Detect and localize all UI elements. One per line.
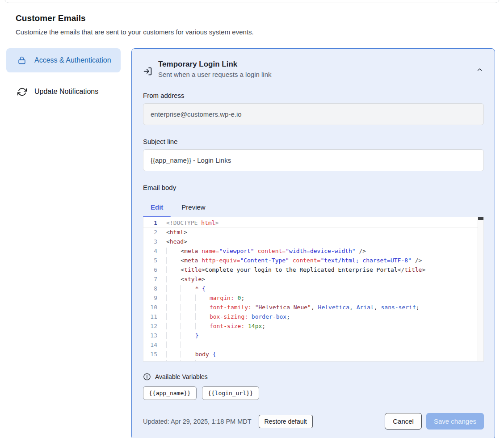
email-template-panel: Temporary Login Link Sent when a user re… <box>131 48 495 438</box>
sidebar-item-label: Access & Authentication <box>34 55 111 66</box>
page-header: Customer Emails Customize the emails tha… <box>0 0 504 36</box>
subject-line-input[interactable] <box>143 149 484 171</box>
line-number: 4 <box>143 246 157 256</box>
code-lines: 1<!DOCTYPE html>2<html>3<head>4 <meta na… <box>143 217 483 362</box>
line-number: 3 <box>143 237 157 246</box>
line-content: <style> <box>157 274 205 284</box>
line-content: margin: 0; <box>157 293 244 303</box>
page-title: Customer Emails <box>16 13 488 23</box>
code-line[interactable]: 7 <style> <box>143 274 483 284</box>
login-icon <box>143 67 152 76</box>
variable-chip-login-url[interactable]: {{login_url}} <box>202 386 259 400</box>
line-number: 16 <box>143 359 157 362</box>
line-number: 11 <box>143 312 157 321</box>
save-changes-button[interactable]: Save changes <box>426 413 484 430</box>
editor-scrollbar-thumb[interactable] <box>478 217 483 220</box>
line-number: 15 <box>143 350 157 359</box>
restore-default-button[interactable]: Restore default <box>259 415 313 428</box>
line-content: * { <box>157 284 206 293</box>
code-line[interactable]: 2<html> <box>143 227 483 237</box>
line-content: <meta http-equiv="Content-Type" content=… <box>157 256 422 265</box>
from-address-input[interactable] <box>143 103 484 125</box>
line-number: 8 <box>143 284 157 293</box>
line-content: <html> <box>157 227 187 237</box>
sidebar-item-access-authentication[interactable]: Access & Authentication <box>6 48 121 72</box>
editor-tabs: EditPreview <box>143 199 484 217</box>
chevron-up-icon <box>476 67 483 74</box>
line-number: 5 <box>143 256 157 265</box>
line-content: <head> <box>157 237 187 246</box>
sidebar-item-update-notifications[interactable]: Update Notifications <box>6 80 121 104</box>
line-content: box-sizing: border-box; <box>157 312 290 321</box>
panel-footer: Updated: Apr 29, 2025, 1:18 PM MDT Resto… <box>143 413 484 430</box>
line-content: } <box>157 331 198 340</box>
line-content: font-family: "Helvetica Neue", Helvetica… <box>157 303 420 312</box>
code-line[interactable]: 4 <meta name="viewport" content="width=d… <box>143 246 483 256</box>
line-number: 14 <box>143 340 157 350</box>
tab-edit[interactable]: Edit <box>143 199 171 217</box>
subject-line-label: Subject line <box>143 138 484 145</box>
panel-subtitle: Sent when a user requests a login link <box>158 71 271 78</box>
line-number: 1 <box>143 218 157 227</box>
line-content: <meta name="viewport" content="width=dev… <box>157 246 366 256</box>
line-content <box>157 340 195 350</box>
code-line[interactable]: 3<head> <box>143 237 483 246</box>
code-line[interactable]: 1<!DOCTYPE html> <box>143 218 483 227</box>
sidebar: Access & AuthenticationUpdate Notificati… <box>6 48 121 104</box>
page-description: Customize the emails that are sent to yo… <box>16 28 488 36</box>
code-line[interactable]: 9 margin: 0; <box>143 293 483 303</box>
variable-chips: {{app_name}}{{login_url}} <box>143 386 484 400</box>
editor-scrollbar[interactable] <box>478 217 483 361</box>
line-number: 10 <box>143 303 157 312</box>
code-line[interactable]: 6 <title>Complete your login to the Repl… <box>143 265 483 274</box>
cancel-button[interactable]: Cancel <box>385 413 422 430</box>
code-line[interactable]: 16 background-color: #f5f8fa; <box>143 359 483 362</box>
line-number: 12 <box>143 321 157 331</box>
email-body-label: Email body <box>143 184 484 191</box>
info-icon[interactable] <box>143 373 151 381</box>
line-content: body { <box>157 350 216 359</box>
line-number: 6 <box>143 265 157 274</box>
code-editor[interactable]: 1<!DOCTYPE html>2<html>3<head>4 <meta na… <box>143 217 484 362</box>
line-number: 13 <box>143 331 157 340</box>
code-line[interactable]: 11 box-sizing: border-box; <box>143 312 483 321</box>
code-line[interactable]: 13 } <box>143 331 483 340</box>
sidebar-item-label: Update Notifications <box>34 86 98 97</box>
line-content: background-color: #f5f8fa; <box>157 359 300 362</box>
line-content: <!DOCTYPE html> <box>157 218 218 227</box>
refresh-icon <box>17 87 27 97</box>
line-number: 9 <box>143 293 157 303</box>
previous-card-bottom-edge <box>4 0 500 3</box>
code-line[interactable]: 12 font-size: 14px; <box>143 321 483 331</box>
collapse-button[interactable] <box>475 66 484 75</box>
content-area: Access & AuthenticationUpdate Notificati… <box>0 36 504 438</box>
code-line[interactable]: 10 font-family: "Helvetica Neue", Helvet… <box>143 303 483 312</box>
line-content: font-size: 14px; <box>157 321 265 331</box>
code-line[interactable]: 14 <box>143 340 483 350</box>
panel-header: Temporary Login Link Sent when a user re… <box>143 60 484 78</box>
from-address-label: From address <box>143 92 484 99</box>
code-line[interactable]: 15 body { <box>143 350 483 359</box>
code-line[interactable]: 8 * { <box>143 284 483 293</box>
available-variables-row: Available Variables <box>143 373 484 381</box>
variable-chip-app-name[interactable]: {{app_name}} <box>143 386 197 400</box>
panel-title: Temporary Login Link <box>158 60 271 69</box>
line-content: <title>Complete your login to the Replic… <box>157 265 425 274</box>
line-number: 2 <box>143 227 157 237</box>
lock-icon <box>17 55 27 65</box>
available-variables-label: Available Variables <box>155 373 208 380</box>
tab-preview[interactable]: Preview <box>174 199 213 217</box>
updated-timestamp: Updated: Apr 29, 2025, 1:18 PM MDT <box>143 418 252 425</box>
line-number: 7 <box>143 274 157 284</box>
code-line[interactable]: 5 <meta http-equiv="Content-Type" conten… <box>143 256 483 265</box>
